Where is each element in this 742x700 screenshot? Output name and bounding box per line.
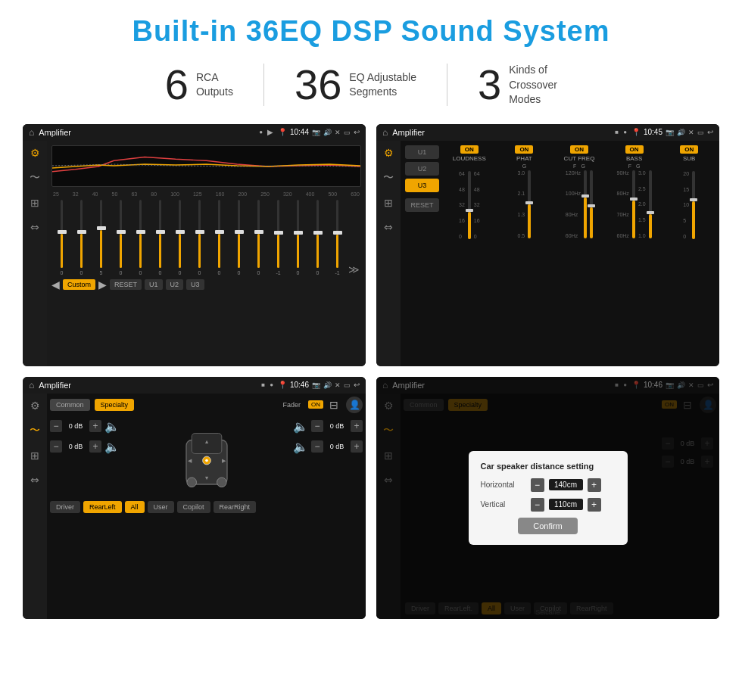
channel-loudness: ON LOUDNESS 64 48 32 16 0 [444, 145, 495, 239]
screenshot-eq: ⌂ Amplifier ● ▶ 📍 10:44 📷 🔊 ✕ ▭ ↩ ⚙ 〜 [23, 124, 366, 366]
sub-slider [692, 171, 695, 239]
home-icon[interactable]: ⌂ [29, 127, 34, 138]
freq-500: 500 [328, 191, 337, 197]
cam-icon-3: 📷 [312, 381, 320, 389]
ch1-plus[interactable]: + [89, 420, 101, 432]
dialog-vertical-minus[interactable]: − [531, 498, 544, 512]
fader-nav-arrows[interactable]: ⇔ [30, 474, 39, 486]
home-icon-3[interactable]: ⌂ [29, 380, 34, 390]
bass-sliders: 90Hz 80Hz 70Hz 60Hz [617, 170, 652, 238]
ch3-value: 0 dB [326, 422, 348, 430]
eq-nav-arrows[interactable]: ⇔ [30, 221, 39, 233]
all-btn[interactable]: All [125, 501, 145, 513]
freq-630: 630 [351, 191, 360, 197]
ch3-speaker-icon: 🔈 [293, 419, 308, 434]
slider-col-12: -1 [270, 200, 287, 275]
screenshot-dialog: ⌂ Amplifier ■ ● 📍 10:46 📷 🔊 ✕ ▭ ↩ ⚙ 〜 [376, 377, 719, 619]
eq-play[interactable]: ▶ [267, 128, 273, 136]
driver-btn[interactable]: Driver [50, 501, 80, 513]
u2-btn[interactable]: U2 [166, 279, 184, 290]
x-icon-3[interactable]: ✕ [335, 381, 341, 389]
reset-btn[interactable]: RESET [110, 279, 142, 290]
eq-sliders: 0 0 [51, 200, 361, 275]
freq-160: 160 [216, 191, 225, 197]
u1-btn[interactable]: U1 [145, 279, 163, 290]
dialog-overlay: Car speaker distance setting Horizontal … [376, 377, 719, 619]
x-icon-2[interactable]: ✕ [688, 129, 694, 136]
u3-btn[interactable]: U3 [186, 279, 204, 290]
pin-icon: 📍 [278, 128, 287, 136]
eq-bottom-bar: ◀ Custom ▶ RESET U1 U2 U3 [51, 275, 361, 291]
specialty-tab[interactable]: Specialty [95, 399, 135, 411]
ch-row-4: 🔈 − 0 dB + [293, 440, 363, 454]
eq-prev-btn[interactable]: ◀ [51, 278, 60, 291]
channel-cutfreq: ON CUT FREQ FG 120Hz 100Hz 80Hz 60Hz [553, 145, 605, 239]
avatar-btn[interactable]: 👤 [346, 397, 363, 413]
home-icon-2[interactable]: ⌂ [382, 127, 388, 138]
ch1-minus[interactable]: − [50, 420, 62, 432]
channel-bass: ON BASS FG 90Hz 80Hz 70Hz 60Hz [609, 145, 660, 239]
rearleft-btn[interactable]: RearLeft [83, 501, 122, 513]
crossover-nav-arrows[interactable]: ⇔ [384, 221, 393, 233]
confirm-button[interactable]: Confirm [518, 518, 578, 534]
freq-63: 63 [131, 191, 137, 197]
dialog-horizontal-label: Horizontal [481, 481, 526, 489]
preset-u1[interactable]: U1 [405, 145, 439, 159]
ch2-value: 0 dB [65, 443, 86, 450]
loudness-toggle[interactable]: ON [460, 145, 479, 154]
rect-icon: ▭ [344, 129, 351, 136]
freq-400: 400 [306, 191, 315, 197]
cam-icon-2: 📷 [666, 129, 674, 136]
phat-toggle[interactable]: ON [515, 145, 533, 154]
fader-slider-icon[interactable]: ⊟ [329, 399, 338, 411]
crossover-reset-btn[interactable]: RESET [405, 198, 439, 212]
eq-side-nav: ⚙ 〜 ⊞ ⇔ [23, 141, 47, 366]
freq-25: 25 [53, 191, 59, 197]
screenshot-fader: ⌂ Amplifier ■ ● 📍 10:46 📷 🔊 ✕ ▭ ↩ ⚙ 〜 [23, 377, 366, 619]
fader-bottom-bar: Driver RearLeft All User Copilot RearRig… [50, 501, 363, 513]
ch2-minus[interactable]: − [50, 440, 62, 453]
dialog-horizontal-minus[interactable]: − [531, 478, 544, 492]
pin-icon-3: 📍 [278, 381, 287, 389]
eq-label: EQ AdjustableSegments [349, 70, 416, 100]
rearright-btn[interactable]: RearRight [214, 501, 257, 513]
crossover-nav-speaker[interactable]: ⊞ [384, 197, 393, 209]
fader-label: Fader [282, 401, 301, 409]
screenshot-crossover: ⌂ Amplifier ■ ● 📍 10:45 📷 🔊 ✕ ▭ ↩ ⚙ 〜 [376, 124, 719, 366]
eq-nav-settings[interactable]: ⚙ [30, 147, 40, 159]
preset-u2[interactable]: U2 [405, 162, 439, 176]
x-icon[interactable]: ✕ [335, 129, 341, 136]
fader-toggle[interactable]: ON [308, 400, 323, 409]
back-icon-3[interactable]: ↩ [354, 381, 360, 389]
dialog-vertical-plus[interactable]: + [588, 498, 601, 512]
rect-icon-2: ▭ [697, 129, 704, 136]
crossover-nav-wave[interactable]: 〜 [383, 171, 394, 185]
ch4-plus[interactable]: + [351, 440, 363, 453]
fader-nav-speaker[interactable]: ⊞ [30, 450, 39, 462]
ch3-plus[interactable]: + [351, 420, 363, 432]
slider-col-1: 0 [53, 200, 70, 275]
user-btn[interactable]: User [148, 501, 174, 513]
fader-nav-wave[interactable]: 〜 [30, 424, 40, 437]
back-icon[interactable]: ↩ [354, 128, 360, 136]
ch2-plus[interactable]: + [89, 440, 101, 453]
dialog-horizontal-plus[interactable]: + [588, 478, 601, 492]
eq-next-icon[interactable]: ≫ [348, 263, 360, 275]
ch3-minus[interactable]: − [311, 420, 323, 432]
preset-u3[interactable]: U3 [405, 179, 439, 192]
back-icon-2[interactable]: ↩ [707, 128, 713, 136]
eq-next-btn[interactable]: ▶ [98, 278, 107, 291]
sub-toggle[interactable]: ON [680, 145, 698, 154]
fader-nav-settings[interactable]: ⚙ [30, 400, 40, 412]
eq-nav-speaker[interactable]: ⊞ [30, 197, 39, 209]
crossover-nav-settings[interactable]: ⚙ [384, 147, 394, 159]
bass-toggle[interactable]: ON [625, 145, 644, 154]
custom-btn[interactable]: Custom [63, 279, 95, 290]
ch-row-1: − 0 dB + 🔈 [50, 419, 120, 434]
ch4-minus[interactable]: − [311, 440, 323, 453]
eq-nav-wave[interactable]: 〜 [30, 171, 40, 185]
cutfreq-toggle[interactable]: ON [570, 145, 588, 154]
copilot-btn[interactable]: Copilot [177, 501, 210, 513]
slider-track-1[interactable] [61, 200, 63, 268]
common-tab[interactable]: Common [50, 399, 90, 411]
